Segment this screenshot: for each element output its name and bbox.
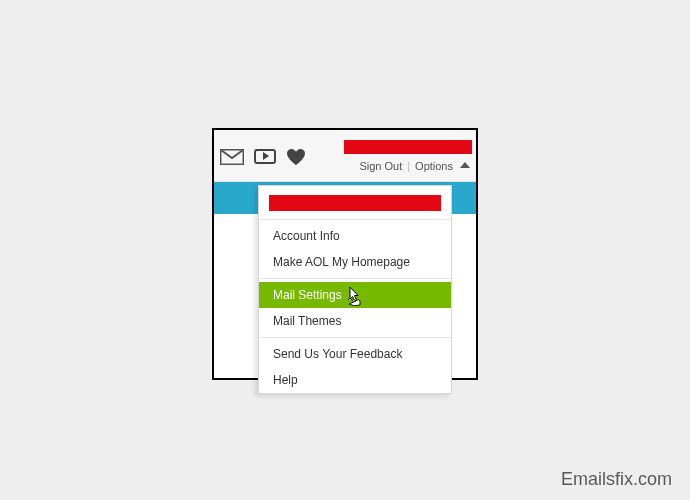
menu-feedback[interactable]: Send Us Your Feedback — [259, 341, 451, 367]
menu-mail-settings[interactable]: Mail Settings — [259, 282, 451, 308]
options-link[interactable]: Options — [415, 160, 453, 172]
video-icon[interactable] — [254, 149, 276, 164]
toolbar-icons — [220, 148, 306, 166]
options-dropdown: Account Info Make AOL My Homepage Mail S… — [258, 185, 452, 394]
menu-item-label: Mail Settings — [273, 288, 342, 302]
menu-account-info[interactable]: Account Info — [259, 223, 451, 249]
menu-help[interactable]: Help — [259, 367, 451, 393]
heart-icon[interactable] — [286, 148, 306, 166]
toolbar: Sign Out | Options — [214, 130, 476, 182]
cursor-icon — [347, 286, 363, 306]
dropdown-separator — [259, 278, 451, 279]
username-redacted — [344, 140, 472, 154]
menu-mail-themes[interactable]: Mail Themes — [259, 308, 451, 334]
app-frame: Sign Out | Options Account Info Make AOL… — [212, 128, 478, 380]
dropdown-separator — [259, 219, 451, 220]
chevron-up-icon — [460, 162, 470, 168]
menu-make-homepage[interactable]: Make AOL My Homepage — [259, 249, 451, 275]
dropdown-separator — [259, 337, 451, 338]
link-divider: | — [407, 160, 410, 172]
top-links: Sign Out | Options — [359, 160, 470, 172]
attribution-text: Emailsfix.com — [561, 469, 672, 490]
sign-out-link[interactable]: Sign Out — [359, 160, 402, 172]
mail-icon[interactable] — [220, 149, 244, 165]
dropdown-header-redacted — [269, 195, 441, 211]
